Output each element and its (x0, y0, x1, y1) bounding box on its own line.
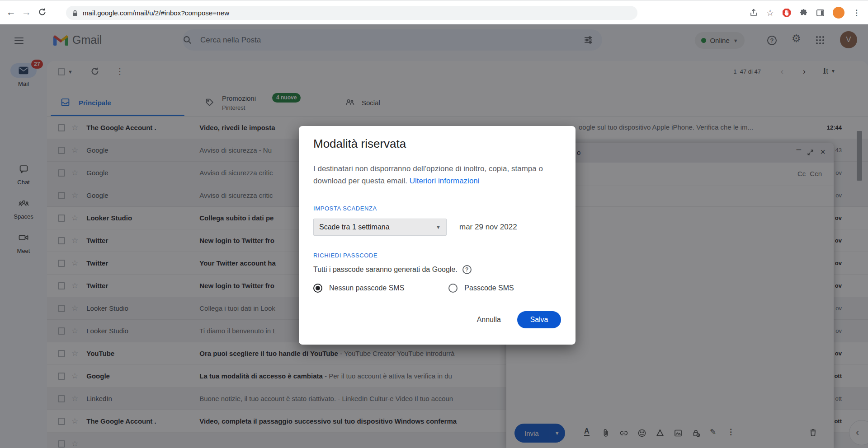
cancel-button[interactable]: Annulla (477, 316, 501, 324)
expiry-section-label: IMPOSTA SCADENZA (313, 205, 561, 212)
radio-option-no-sms[interactable]: Nessun passcode SMS (313, 284, 404, 293)
dialog-title: Modalità riservata (313, 137, 561, 151)
confidential-mode-dialog: Modalità riservata I destinatari non dis… (299, 126, 576, 345)
dialog-description: I destinatari non disporranno dell'opzio… (313, 163, 566, 187)
passcode-radio[interactable] (448, 284, 458, 293)
back-icon[interactable]: ← (6, 7, 16, 18)
passcode-section-label: RICHIEDI PASSCODE (313, 252, 561, 259)
profile-icon[interactable] (833, 7, 844, 19)
side-panel-icon[interactable] (816, 9, 825, 17)
menu-dots-icon[interactable]: ⋮ (853, 8, 860, 18)
passcode-radio[interactable] (313, 284, 322, 293)
browser-window: ← → mail.google.com/mail/u/2/#inbox?comp… (0, 0, 868, 448)
forward-icon[interactable]: → (22, 7, 31, 18)
url-bar[interactable]: mail.google.com/mail/u/2/#inbox?compose=… (66, 6, 637, 20)
adblock-icon[interactable] (782, 8, 791, 17)
browser-toolbar: ← → mail.google.com/mail/u/2/#inbox?comp… (0, 0, 868, 24)
url-text: mail.google.com/mail/u/2/#inbox?compose=… (83, 9, 229, 17)
save-button[interactable]: Salva (517, 311, 561, 328)
help-icon[interactable]: ? (462, 265, 472, 274)
expiry-select-value: Scade tra 1 settimana (319, 223, 436, 231)
expiry-date: mar 29 nov 2022 (459, 223, 517, 232)
extensions-puzzle-icon[interactable] (799, 9, 808, 17)
passcode-note: Tutti i passcode saranno generati da Goo… (313, 265, 561, 274)
share-icon[interactable] (749, 8, 758, 17)
lock-icon (71, 9, 79, 17)
chevron-down-icon: ▼ (436, 224, 441, 230)
expiry-select[interactable]: Scade tra 1 settimana ▼ (313, 219, 447, 236)
learn-more-link[interactable]: Ulteriori informazioni (410, 177, 480, 185)
browser-actions: ☆ (745, 0, 864, 25)
radio-option-sms[interactable]: Passcode SMS (448, 284, 514, 293)
bookmark-star-icon[interactable]: ☆ (766, 8, 774, 18)
reload-icon[interactable] (38, 8, 47, 16)
